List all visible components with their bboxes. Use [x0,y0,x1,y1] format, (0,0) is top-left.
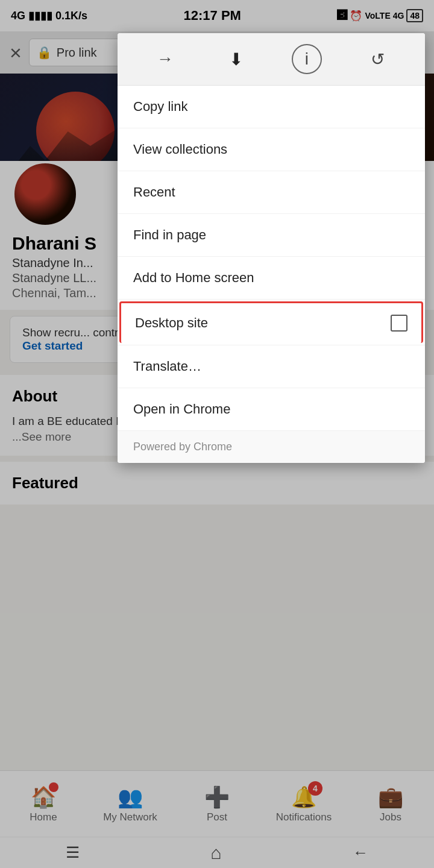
toolbar-download-icon[interactable]: ⬇ [221,44,251,74]
toolbar-refresh-icon[interactable]: ↺ [362,44,392,74]
menu-item-open-in-chrome[interactable]: Open in Chrome [118,388,425,431]
menu-item-translate[interactable]: Translate… [118,345,425,388]
menu-item-add-to-home[interactable]: Add to Home screen [118,257,425,300]
menu-item-recent[interactable]: Recent [118,171,425,214]
menu-item-copy-link[interactable]: Copy link [118,86,425,128]
toolbar-forward-icon[interactable]: → [150,44,180,74]
menu-item-desktop-site[interactable]: Desktop site [119,301,423,343]
context-menu-toolbar: → ⬇ i ↺ [118,33,425,86]
context-menu: → ⬇ i ↺ Copy link View collections Recen… [118,33,425,463]
menu-item-find-in-page[interactable]: Find in page [118,214,425,257]
menu-item-view-collections[interactable]: View collections [118,128,425,171]
desktop-site-checkbox[interactable] [391,315,407,332]
toolbar-info-icon[interactable]: i [292,44,322,74]
context-menu-footer: Powered by Chrome [118,431,425,463]
